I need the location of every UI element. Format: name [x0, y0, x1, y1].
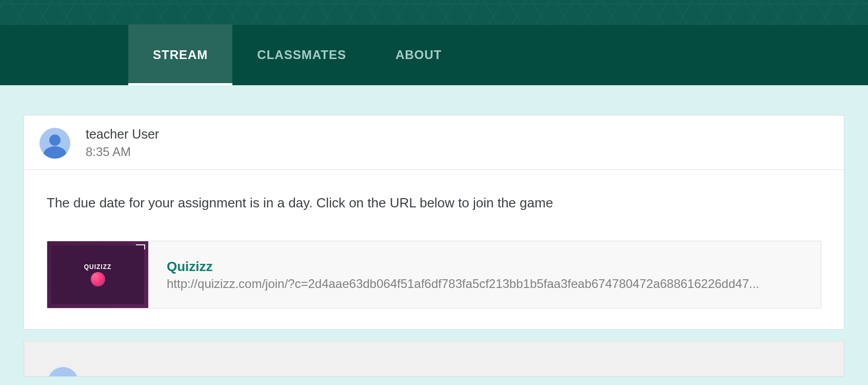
- post-body: The due date for your assignment is in a…: [24, 170, 844, 329]
- tab-stream[interactable]: STREAM: [128, 25, 232, 85]
- post-card: teacher User 8:35 AM The due date for yo…: [24, 115, 844, 330]
- orb-icon: [91, 272, 105, 286]
- attachment-info: Quizizz http://quizizz.com/join/?c=2d4aa…: [148, 241, 821, 308]
- thumb-inner: QUIZIZZ: [51, 245, 144, 304]
- tab-label: STREAM: [153, 48, 208, 62]
- post-author-info: teacher User 8:35 AM: [86, 127, 159, 159]
- tab-about[interactable]: ABOUT: [371, 25, 466, 85]
- banner-background: [0, 0, 868, 25]
- attachment-title: Quizizz: [167, 259, 802, 275]
- content-area: teacher User 8:35 AM The due date for yo…: [0, 85, 868, 377]
- post-timestamp: 8:35 AM: [86, 145, 159, 159]
- thumb-logo-text: QUIZIZZ: [84, 263, 112, 271]
- tab-label: ABOUT: [396, 48, 442, 62]
- post-author: teacher User: [86, 127, 159, 142]
- tab-label: CLASSMATES: [257, 48, 346, 62]
- attachment-card[interactable]: QUIZIZZ Quizizz http://quizizz.com/join/…: [47, 241, 821, 309]
- post-header: teacher User 8:35 AM: [24, 116, 844, 170]
- attachment-thumbnail: QUIZIZZ: [47, 241, 148, 308]
- avatar-icon[interactable]: [40, 128, 70, 159]
- attachment-url: http://quizizz.com/join/?c=2d4aae63db064…: [167, 277, 802, 291]
- post-text: The due date for your assignment is in a…: [47, 194, 821, 212]
- avatar-icon: [48, 367, 78, 377]
- tab-classmates[interactable]: CLASSMATES: [232, 25, 371, 85]
- next-post-card: [24, 341, 844, 377]
- nav-bar: STREAM CLASSMATES ABOUT: [0, 25, 868, 85]
